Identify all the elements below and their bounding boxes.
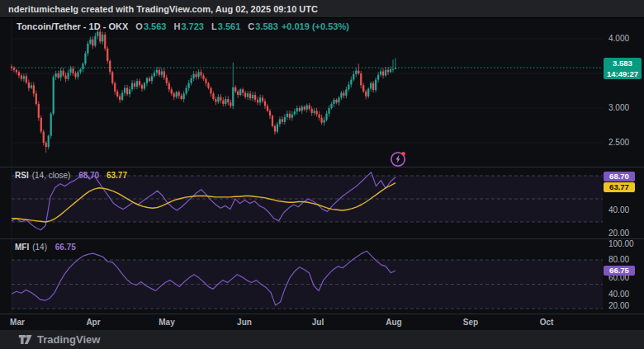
rsi-value: 68.70 [78, 171, 99, 180]
mfi-value: 66.75 [55, 243, 76, 252]
month-tick-label: Apr [86, 314, 100, 330]
month-tick-label: Mar [10, 314, 25, 330]
low-label: L [211, 21, 217, 31]
symbol-title: Toncoin/Tether - 1D - OKX [17, 21, 128, 31]
axis-tick-label: 40.00 [608, 206, 629, 215]
footer-brand-text[interactable]: TradingView [37, 333, 100, 346]
main-chart-legend[interactable]: Toncoin/Tether - 1D - OKX O3.563 H3.723 … [17, 21, 349, 31]
month-tick-label: May [159, 314, 174, 330]
rsi-legend[interactable]: RSI(14, close) 68.70 63.77 [15, 171, 127, 180]
axis-tick-label: 2.500 [608, 139, 629, 147]
rsi-value-badge: 68.70 [604, 172, 635, 182]
high-value: 3.723 [181, 21, 204, 31]
mfi-value-badge: 66.75 [604, 266, 635, 276]
candles-layer [12, 29, 395, 153]
rsi-name: RSI [15, 171, 29, 180]
tradingview-chart-screenshot: nderitumichaelg created with TradingView… [0, 0, 644, 349]
high-label: H [173, 21, 180, 31]
axis-tick-label: 80.00 [608, 256, 629, 264]
mfi-legend[interactable]: MFI(14) 66.75 [15, 243, 76, 252]
footer-bar: TradingView [0, 330, 644, 349]
month-tick-label: Jul [312, 314, 324, 330]
month-tick-label: Sep [463, 314, 478, 330]
open-value: 3.563 [144, 21, 167, 31]
tradingview-logo-icon[interactable] [18, 333, 32, 346]
close-value: 3.583 [255, 21, 278, 31]
last-price-badge: 3.583 14:49:27 [604, 58, 642, 79]
month-tick-label: Oct [540, 314, 554, 330]
mfi-name: MFI [15, 243, 29, 252]
last-price-value: 3.583 [604, 58, 642, 68]
axis-tick-label: 3.000 [608, 104, 629, 112]
quick-action-lightning-button[interactable] [388, 149, 408, 168]
rsi-ma-value-badge: 63.77 [604, 182, 635, 192]
rsi-params: (14, close) [32, 171, 71, 180]
bar-countdown: 14:49:27 [604, 68, 642, 79]
change-value: +0.019 (+0.53%) [282, 21, 349, 31]
close-label: C [248, 21, 254, 31]
mfi-params: (14) [32, 243, 47, 252]
month-tick-label: Aug [386, 314, 401, 330]
axis-tick-label: 100.00 [608, 240, 634, 248]
axis-tick-label: 4.000 [608, 35, 629, 43]
low-value: 3.561 [218, 21, 241, 31]
rsi-ma-value: 63.77 [107, 171, 127, 180]
open-label: O [135, 21, 143, 31]
month-tick-label: Jun [237, 314, 252, 330]
lightning-icon [388, 149, 408, 168]
axis-tick-label: 20.00 [608, 229, 629, 238]
axis-tick-label: 40.00 [608, 290, 629, 299]
axis-tick-label: 20.00 [608, 302, 629, 310]
